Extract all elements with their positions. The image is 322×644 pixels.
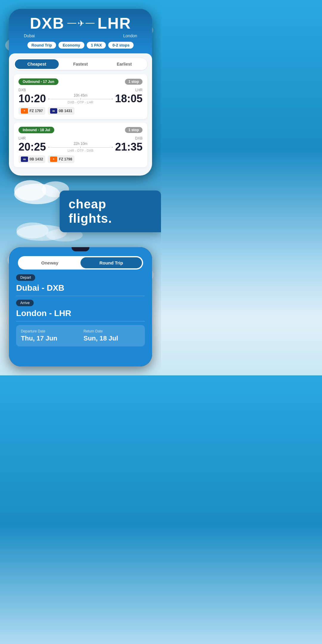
outbound-route-code: DXB - OTP - LHR: [48, 100, 113, 104]
inbound-airlines: 0B 0B 1432 ✈ FZ 1798: [18, 155, 143, 163]
inbound-arrival: 21:35: [115, 142, 143, 152]
inbound-card[interactable]: Inbound - 18 Jul 1 stop LHR DXB 20:25 22…: [14, 123, 147, 167]
outbound-stop-badge: 1 stop: [125, 79, 143, 85]
top-phone: DXB ✈ LHR Dubai London Round: [9, 9, 152, 176]
0b-logo-1: 0B: [50, 108, 57, 114]
0b-logo-2: 0B: [21, 157, 28, 162]
outbound-route-middle: 10h 45m DXB - OTP - LHR: [46, 93, 115, 104]
airline-0b1432: 0B 0B 1432: [18, 155, 45, 163]
promo-section: cheap flights.: [0, 185, 161, 238]
promo-text: cheap flights.: [69, 197, 112, 225]
tab-fastest[interactable]: Fastest: [59, 59, 103, 69]
inbound-to: DXB: [135, 136, 143, 140]
inbound-label: Inbound - 18 Jul: [18, 127, 54, 133]
return-date-value: Sun, 18 Jul: [83, 335, 140, 342]
airline-code-0b1431: 0B 1431: [59, 109, 72, 113]
outbound-card[interactable]: Outbound - 17 Jun 1 stop DXB LHR 10:20 1…: [14, 74, 147, 119]
arrive-field[interactable]: Arrive London - LHR: [16, 300, 145, 321]
tab-earliest[interactable]: Earliest: [102, 59, 146, 69]
depart-field[interactable]: Depart Dubai - DXB: [16, 274, 145, 296]
plane-icon: ✈: [67, 18, 95, 28]
inbound-route-middle: 22h 10m LHR - OTP - DXB: [46, 142, 115, 152]
return-date-label: Return Date: [83, 329, 140, 333]
dates-row[interactable]: Departure Date Thu, 17 Jun Return Date S…: [16, 325, 145, 346]
departure-date-value: Thu, 17 Jun: [21, 335, 78, 342]
departure-date-label: Departure Date: [21, 329, 78, 333]
tab-cheapest[interactable]: Cheapest: [15, 59, 59, 69]
outbound-airlines: ✈ FZ 1797 0B 0B 1431: [18, 107, 143, 115]
outbound-duration: 10h 45m: [48, 93, 113, 97]
airline-code-0b1432: 0B 1432: [30, 157, 43, 161]
tab-bar: Cheapest Fastest Earliest: [14, 58, 147, 70]
origin-city: Dubai: [24, 33, 35, 38]
flight-header: DXB ✈ LHR Dubai London Round: [9, 9, 152, 53]
promo-bubble: cheap flights.: [60, 191, 161, 232]
search-form: Depart Dubai - DXB Arrive London - LHR D…: [9, 274, 152, 346]
airline-code-fz1798: FZ 1798: [59, 157, 72, 161]
airline-0b1431: 0B 0B 1431: [48, 107, 75, 115]
origin-code: DXB: [30, 14, 64, 32]
outbound-arrival: 18:05: [115, 93, 143, 104]
departure-date-col[interactable]: Departure Date Thu, 17 Jun: [21, 329, 78, 342]
return-date-col[interactable]: Return Date Sun, 18 Jul: [83, 329, 140, 342]
airline-code-fz1797: FZ 1797: [30, 109, 43, 113]
content-area: Cheapest Fastest Earliest Outbound - 17 …: [9, 53, 152, 176]
inbound-duration: 22h 10m: [48, 142, 113, 146]
toggle-roundtrip[interactable]: Round Trip: [80, 257, 142, 268]
passengers-pill[interactable]: 1 PAX: [87, 42, 106, 49]
dubai-logo-2: ✈: [50, 157, 57, 162]
inbound-route-code: LHR - OTP - DXB: [48, 149, 113, 152]
arrive-label: Arrive: [16, 300, 34, 306]
trip-toggle: Oneway Round Trip: [18, 256, 143, 270]
airline-fz1797: ✈ FZ 1797: [18, 107, 45, 115]
stops-pill[interactable]: 0-2 stops: [108, 42, 134, 49]
inbound-departure: 20:25: [18, 142, 46, 152]
outbound-to: LHR: [135, 88, 143, 92]
arrive-value: London - LHR: [16, 309, 145, 321]
outbound-label: Outbound - 17 Jun: [18, 78, 58, 85]
cabin-class-pill[interactable]: Economy: [58, 42, 84, 49]
trip-type-pill[interactable]: Round Trip: [27, 42, 56, 49]
airline-fz1798: ✈ FZ 1798: [48, 155, 75, 163]
inbound-from: LHR: [18, 136, 26, 140]
inbound-stop-badge: 1 stop: [125, 127, 143, 133]
outbound-departure: 10:20: [18, 93, 46, 104]
depart-value: Dubai - DXB: [16, 283, 145, 296]
dest-city: London: [123, 33, 137, 38]
outbound-from: DXB: [18, 88, 26, 92]
dest-code: LHR: [97, 14, 131, 32]
depart-label: Depart: [16, 274, 35, 281]
dubai-logo-1: ✈: [21, 108, 28, 114]
bottom-phone: Oneway Round Trip Depart Dubai - DXB Arr…: [9, 247, 152, 366]
toggle-oneway[interactable]: Oneway: [19, 257, 80, 268]
phone-notch: [72, 247, 89, 251]
